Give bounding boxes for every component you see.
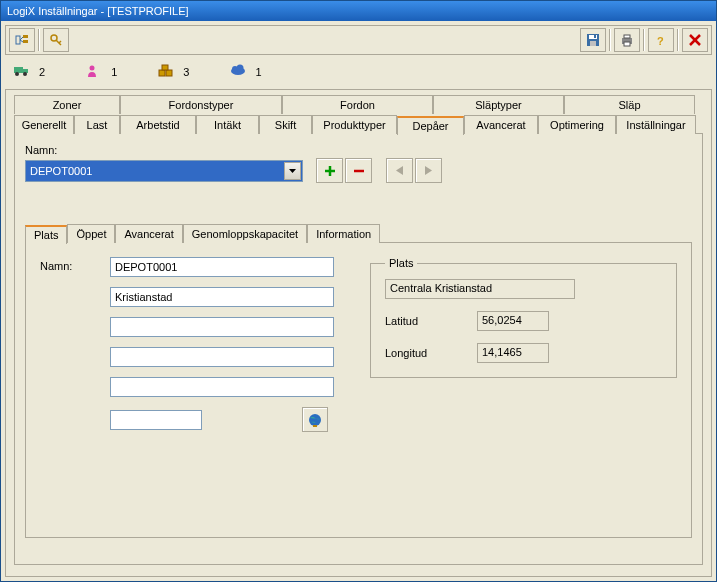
svg-marker-33 — [396, 166, 403, 175]
plats-locality: Centrala Kristianstad — [385, 279, 575, 299]
count-truck-value: 2 — [39, 66, 45, 78]
count-person-value: 1 — [111, 66, 117, 78]
help-button[interactable]: ? — [648, 28, 674, 52]
help-icon: ? — [654, 33, 668, 47]
print-icon — [620, 33, 634, 47]
chevron-right-icon — [425, 166, 432, 175]
svg-rect-0 — [16, 36, 20, 44]
depot-combo-value: DEPOT0001 — [30, 165, 92, 177]
tab-avancerat[interactable]: Avancerat — [464, 115, 538, 134]
tab-zoner[interactable]: Zoner — [14, 95, 120, 114]
tabs-row-1: Zoner Fordonstyper Fordon Släptyper Släp — [14, 94, 703, 114]
save-icon — [586, 33, 600, 47]
depot-name-label: Namn: — [25, 144, 57, 156]
svg-point-21 — [23, 72, 27, 76]
tab-slap[interactable]: Släp — [564, 95, 695, 114]
tab-fordonstyper[interactable]: Fordonstyper — [120, 95, 282, 114]
truck-icon — [13, 64, 31, 80]
subtab-avancerat[interactable]: Avancerat — [115, 224, 182, 243]
save-button[interactable] — [580, 28, 606, 52]
addr-line3-input[interactable] — [110, 317, 334, 337]
svg-marker-34 — [425, 166, 432, 175]
tab-generellt[interactable]: Generellt — [14, 115, 74, 134]
key-button[interactable] — [43, 28, 69, 52]
globe-button[interactable] — [302, 407, 328, 432]
toolbar: ? — [5, 25, 712, 55]
lat-label: Latitud — [385, 315, 477, 327]
lon-value: 14,1465 — [477, 343, 549, 363]
svg-rect-1 — [23, 35, 28, 38]
toolbar-separator — [38, 29, 40, 51]
svg-rect-18 — [14, 67, 23, 73]
subtab-information[interactable]: Information — [307, 224, 380, 243]
depot-combo-dropdown-button[interactable] — [284, 162, 301, 180]
tab-skift[interactable]: Skift — [259, 115, 312, 134]
tab-optimering[interactable]: Optimering — [538, 115, 616, 134]
subtab-content: Namn: — [25, 242, 692, 538]
plats-fieldset: Plats Centrala Kristianstad Latitud 56,0… — [370, 257, 677, 378]
subtab-plats[interactable]: Plats — [25, 225, 67, 244]
count-cloud-value: 1 — [255, 66, 261, 78]
addr-line6-input[interactable] — [110, 410, 202, 430]
toggle-panel-icon — [15, 33, 29, 47]
tab-arbetstid[interactable]: Arbetstid — [120, 115, 196, 134]
toggle-panel-button[interactable] — [9, 28, 35, 52]
tab-slaptyper[interactable]: Släptyper — [433, 95, 564, 114]
svg-point-20 — [15, 72, 19, 76]
remove-button[interactable] — [345, 158, 372, 183]
svg-rect-11 — [594, 35, 596, 38]
form-right-column: Plats Centrala Kristianstad Latitud 56,0… — [370, 257, 677, 523]
subtab-genomlopp[interactable]: Genomloppskapacitet — [183, 224, 307, 243]
count-truck: 2 — [13, 64, 45, 80]
tab-content: Namn: DEPOT0001 — [14, 133, 703, 565]
tab-intakt[interactable]: Intäkt — [196, 115, 259, 134]
svg-marker-29 — [289, 169, 296, 173]
svg-point-35 — [309, 414, 321, 426]
subtabs: Plats Öppet Avancerat Genomloppskapacite… — [25, 223, 692, 243]
name-input[interactable] — [110, 257, 334, 277]
lat-value: 56,0254 — [477, 311, 549, 331]
svg-rect-23 — [159, 70, 165, 76]
print-button[interactable] — [614, 28, 640, 52]
form-left-column: Namn: — [40, 257, 350, 523]
svg-rect-14 — [624, 42, 630, 46]
form-name-label: Namn: — [40, 257, 110, 272]
addr-line2-input[interactable] — [110, 287, 334, 307]
minus-icon — [353, 165, 365, 177]
svg-rect-13 — [624, 35, 630, 38]
addr-line5-input[interactable] — [110, 377, 334, 397]
tab-last[interactable]: Last — [74, 115, 120, 134]
prev-button[interactable] — [386, 158, 413, 183]
tabs-row-2: Generellt Last Arbetstid Intäkt Skift Pr… — [14, 114, 703, 134]
window-title: LogiX Inställningar - [TESTPROFILE] — [7, 5, 189, 17]
plats-legend: Plats — [385, 257, 417, 269]
subtab-oppet[interactable]: Öppet — [67, 224, 115, 243]
tab-depaer[interactable]: Depåer — [397, 116, 464, 135]
chevron-left-icon — [396, 166, 403, 175]
count-boxes: 3 — [157, 64, 189, 80]
depot-combo[interactable]: DEPOT0001 — [25, 160, 303, 182]
close-icon — [688, 33, 702, 47]
add-button[interactable] — [316, 158, 343, 183]
tab-fordon[interactable]: Fordon — [282, 95, 433, 114]
depot-selector-row: Namn: DEPOT0001 — [25, 144, 692, 183]
lon-label: Longitud — [385, 347, 477, 359]
next-button[interactable] — [415, 158, 442, 183]
count-boxes-value: 3 — [183, 66, 189, 78]
close-button[interactable] — [682, 28, 708, 52]
count-cloud: 1 — [229, 64, 261, 80]
globe-icon — [307, 412, 323, 428]
count-bar: 2 1 3 1 — [5, 59, 712, 85]
addr-line4-input[interactable] — [110, 347, 334, 367]
tab-installningar[interactable]: Inställningar — [616, 115, 696, 134]
cloud-icon — [229, 64, 247, 80]
key-icon — [49, 33, 63, 47]
toolbar-separator — [643, 29, 645, 51]
svg-rect-25 — [162, 65, 168, 70]
svg-point-28 — [237, 65, 244, 72]
svg-rect-24 — [166, 70, 172, 76]
svg-text:?: ? — [657, 35, 664, 47]
tab-produkttyper[interactable]: Produkttyper — [312, 115, 397, 134]
person-icon — [85, 64, 103, 80]
svg-rect-2 — [23, 40, 28, 43]
